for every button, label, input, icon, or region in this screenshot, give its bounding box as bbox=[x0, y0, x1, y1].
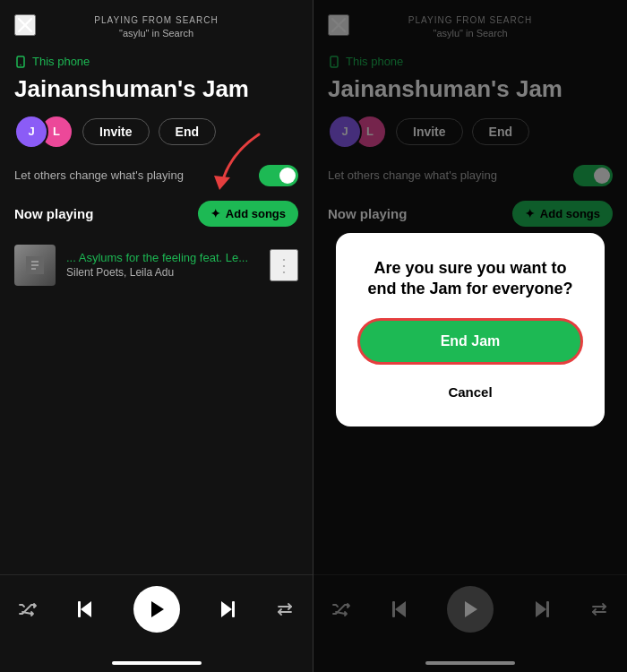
left-device-label: This phone bbox=[32, 55, 90, 68]
left-add-songs-button[interactable]: ✦ Add songs bbox=[198, 201, 298, 227]
left-add-songs-label: Add songs bbox=[226, 207, 286, 220]
left-now-playing-header: Now playing ✦ Add songs bbox=[0, 201, 313, 237]
left-song-info: ... Asylums for the feeling feat. Le... … bbox=[66, 251, 259, 279]
left-song-row: ... Asylums for the feeling feat. Le... … bbox=[0, 237, 313, 293]
left-device-icon bbox=[14, 56, 27, 68]
svg-marker-9 bbox=[221, 601, 232, 617]
left-invite-button[interactable]: Invite bbox=[82, 118, 150, 145]
end-jam-modal: Are you sure you want to end the Jam for… bbox=[336, 233, 605, 426]
left-avatar-group: J L bbox=[14, 115, 73, 149]
left-playing-from: PLAYING FROM SEARCH bbox=[94, 14, 218, 27]
arrow-annotation bbox=[196, 125, 268, 197]
left-song-thumbnail bbox=[14, 245, 56, 286]
left-add-songs-icon: ✦ bbox=[210, 207, 220, 220]
left-play-button[interactable] bbox=[133, 586, 180, 633]
end-jam-button[interactable]: End Jam bbox=[357, 318, 583, 365]
left-repeat-button[interactable] bbox=[275, 599, 295, 619]
left-now-playing-label: Now playing bbox=[14, 206, 93, 221]
right-panel: PLAYING FROM SEARCH "asylu" in Search Th… bbox=[314, 0, 627, 672]
svg-marker-6 bbox=[81, 601, 91, 617]
left-shuffle-button[interactable] bbox=[18, 599, 38, 619]
left-header-subtitle: PLAYING FROM SEARCH "asylu" in Search bbox=[94, 14, 218, 40]
svg-rect-7 bbox=[78, 601, 81, 617]
right-modal-overlay: Are you sure you want to end the Jam for… bbox=[314, 0, 627, 672]
left-song-artist: Silent Poets, Leila Adu bbox=[66, 266, 259, 279]
left-header: PLAYING FROM SEARCH "asylu" in Search bbox=[0, 0, 313, 47]
modal-title: Are you sure you want to end the Jam for… bbox=[357, 258, 583, 300]
svg-point-3 bbox=[20, 65, 21, 66]
svg-marker-8 bbox=[151, 601, 164, 617]
left-song-title: ... Asylums for the feeling feat. Le... bbox=[66, 251, 259, 264]
left-panel: PLAYING FROM SEARCH "asylu" in Search Th… bbox=[0, 0, 314, 672]
left-home-bar bbox=[112, 661, 202, 665]
left-avatar-j: J bbox=[14, 115, 48, 149]
svg-rect-10 bbox=[232, 601, 235, 617]
left-toggle-label: Let others change what's playing bbox=[14, 168, 184, 182]
left-device-info: This phone bbox=[0, 47, 313, 72]
modal-cancel-button[interactable]: Cancel bbox=[357, 375, 583, 409]
svg-marker-5 bbox=[214, 176, 230, 190]
left-song-more-button[interactable]: ⋮ bbox=[270, 249, 298, 281]
left-next-button[interactable] bbox=[216, 598, 239, 621]
left-search-query: "asylu" in Search bbox=[94, 27, 218, 40]
left-home-indicator bbox=[0, 654, 313, 672]
left-close-button[interactable] bbox=[14, 14, 36, 36]
left-song-thumb-art bbox=[14, 245, 56, 286]
left-jam-title: Jainanshuman's Jam bbox=[0, 72, 313, 114]
left-player-controls bbox=[0, 574, 313, 654]
left-prev-button[interactable] bbox=[73, 598, 97, 621]
